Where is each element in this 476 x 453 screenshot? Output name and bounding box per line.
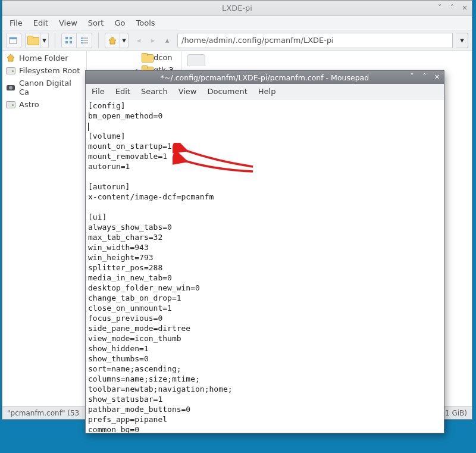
svg-rect-1: [10, 38, 17, 39]
svg-rect-9: [83, 40, 88, 41]
menu-edit[interactable]: Edit: [115, 87, 130, 96]
mp-menubar: File Edit Search View Document Help: [86, 84, 444, 99]
svg-rect-5: [70, 41, 72, 43]
svg-rect-7: [83, 38, 88, 39]
status-left: "pcmanfm.conf" (53: [7, 409, 79, 417]
nav-up-icon[interactable]: ▴: [161, 33, 174, 48]
maximize-icon[interactable]: ˄: [449, 4, 456, 12]
svg-rect-11: [83, 42, 88, 43]
status-right: 1 GiB): [445, 409, 467, 417]
menu-search[interactable]: Search: [141, 87, 168, 96]
svg-rect-10: [81, 42, 83, 43]
place-root[interactable]: Filesystem Root: [2, 64, 86, 77]
sidebar-places: Home Folder Filesystem Root Canon Digita…: [2, 51, 87, 406]
menu-edit[interactable]: Edit: [31, 17, 51, 29]
drive-icon: [6, 67, 15, 74]
fm-menubar: File Edit View Sort Go Tools: [2, 16, 472, 30]
icon-view-button[interactable]: [61, 33, 77, 48]
home-drop[interactable]: ▾: [120, 33, 129, 48]
menu-sort[interactable]: Sort: [86, 17, 107, 29]
fm-titlebar[interactable]: LXDE-pi ˅ ˄ ×: [2, 1, 472, 16]
close-icon[interactable]: ×: [434, 73, 440, 81]
new-folder-button[interactable]: [25, 33, 40, 48]
list-view-button[interactable]: [77, 33, 92, 48]
menu-document[interactable]: Document: [207, 87, 247, 96]
mousepad-window: *~/.config/pcmanfm/LXDE-pi/pcmanfm.conf …: [85, 70, 444, 433]
fm-tabs: [181, 51, 472, 66]
folder-icon: [142, 53, 152, 62]
place-camera-label: Canon Digital Ca: [19, 79, 83, 96]
tree-item-label: dcon: [154, 53, 173, 62]
nav-fwd-icon[interactable]: ▸: [146, 33, 159, 48]
place-camera[interactable]: Canon Digital Ca: [2, 77, 86, 98]
menu-view[interactable]: View: [57, 17, 80, 29]
place-home[interactable]: Home Folder: [2, 51, 86, 64]
nav-back-icon[interactable]: ◂: [132, 33, 145, 48]
svg-rect-8: [81, 40, 83, 41]
place-home-label: Home Folder: [19, 54, 68, 63]
fm-title: LXDE-pi: [2, 4, 472, 13]
svg-rect-2: [65, 37, 68, 39]
new-tab-button[interactable]: [6, 33, 21, 48]
svg-point-13: [9, 86, 12, 90]
menu-view[interactable]: View: [178, 87, 197, 96]
place-astro[interactable]: Astro: [2, 98, 86, 111]
minimize-icon[interactable]: ˅: [409, 73, 415, 81]
mp-title: *~/.config/pcmanfm/LXDE-pi/pcmanfm.conf …: [86, 73, 444, 82]
path-input[interactable]: /home/admin/.config/pcmanfm/LXDE-pi: [177, 33, 453, 48]
new-folder-drop[interactable]: ▾: [40, 33, 49, 48]
svg-rect-6: [81, 38, 83, 39]
tab-new[interactable]: [187, 54, 205, 66]
place-root-label: Filesystem Root: [19, 66, 80, 75]
close-icon[interactable]: ×: [461, 4, 468, 12]
tree-item[interactable]: dcon: [87, 51, 181, 64]
fm-toolbar: ▾ ▾ ◂ ▸ ▴ /home/admin/.config/pcmanfm/LX…: [2, 30, 472, 51]
maximize-icon[interactable]: ˄: [421, 73, 428, 81]
place-astro-label: Astro: [19, 100, 39, 109]
menu-help[interactable]: Help: [258, 87, 276, 96]
svg-rect-3: [70, 37, 72, 39]
mp-titlebar[interactable]: *~/.config/pcmanfm/LXDE-pi/pcmanfm.conf …: [86, 71, 444, 84]
minimize-icon[interactable]: ˅: [436, 4, 443, 12]
menu-file[interactable]: File: [92, 87, 105, 96]
editor-textarea[interactable]: [config]bm_open_method=0​[volume]mount_o…: [86, 99, 444, 433]
drive-icon: [6, 101, 15, 108]
menu-file[interactable]: File: [7, 17, 25, 29]
menu-tools[interactable]: Tools: [134, 17, 158, 29]
home-button[interactable]: [105, 33, 120, 48]
menu-go[interactable]: Go: [112, 17, 127, 29]
path-drop-icon[interactable]: ▾: [456, 33, 468, 48]
svg-rect-4: [65, 41, 68, 43]
